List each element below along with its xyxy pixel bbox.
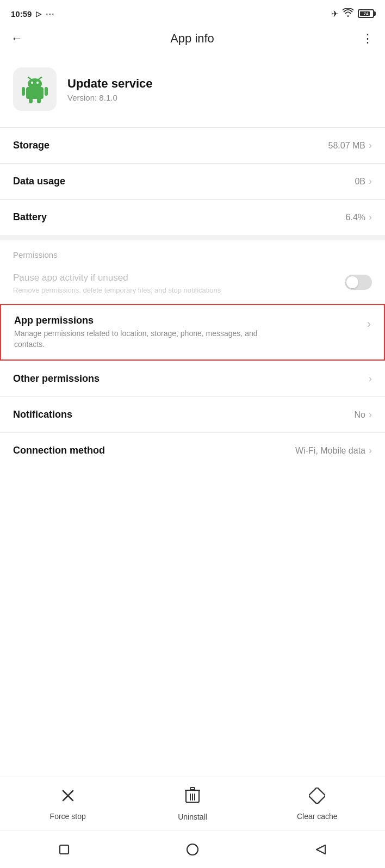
status-bar: 10:59 ▷ ··· ✈ 74	[0, 0, 385, 26]
bottom-actions: Force stop Uninstall Clear cache	[0, 777, 385, 830]
pause-desc: Remove permissions, delete temporary fil…	[13, 286, 221, 295]
force-stop-icon	[60, 788, 76, 808]
app-permissions-desc: Manage permissions related to location, …	[14, 328, 275, 350]
section-divider	[0, 235, 385, 240]
battery-label: Battery	[13, 212, 47, 223]
storage-row[interactable]: Storage 58.07 MB ›	[0, 128, 385, 163]
svg-rect-18	[309, 788, 325, 804]
notifications-label: Notifications	[13, 409, 72, 420]
app-permissions-content: App permissions Manage permissions relat…	[14, 315, 275, 350]
uninstall-label: Uninstall	[178, 813, 207, 821]
svg-rect-7	[45, 87, 48, 96]
storage-value: 58.07 MB	[328, 141, 365, 151]
toggle-knob	[346, 276, 358, 288]
svg-rect-6	[22, 87, 25, 96]
bottom-nav	[0, 830, 385, 868]
dot-menu-status: ···	[46, 10, 55, 18]
notifications-chevron: ›	[369, 409, 372, 420]
app-title-block: Update service Version: 8.1.0	[67, 77, 153, 102]
app-permissions-chevron: ›	[367, 317, 371, 331]
app-icon	[13, 67, 57, 111]
wifi-icon	[343, 8, 353, 19]
svg-line-4	[28, 77, 31, 79]
status-left: 10:59 ▷ ···	[11, 9, 55, 18]
more-options-button[interactable]: ⋮	[362, 32, 374, 46]
connection-label: Connection method	[13, 445, 105, 456]
force-stop-label: Force stop	[50, 812, 86, 821]
connection-chevron: ›	[369, 445, 372, 456]
other-permissions-chevron: ›	[369, 373, 372, 385]
pause-app-item[interactable]: Pause app activity if unused Remove perm…	[0, 264, 385, 304]
permissions-section-label: Permissions	[0, 240, 385, 264]
pause-title: Pause app activity if unused	[13, 272, 221, 283]
app-version: Version: 8.1.0	[67, 93, 153, 102]
storage-chevron: ›	[369, 140, 372, 151]
notifications-row[interactable]: Notifications No ›	[0, 397, 385, 432]
battery-icon: 74	[358, 9, 374, 18]
pause-toggle[interactable]	[345, 275, 372, 290]
other-permissions-row[interactable]: Other permissions ›	[0, 361, 385, 396]
top-nav: ← App info ⋮	[0, 26, 385, 57]
time-display: 10:59	[11, 9, 32, 18]
svg-marker-21	[316, 845, 325, 854]
notifications-right: No ›	[355, 409, 372, 420]
data-usage-right: 0B ›	[355, 176, 372, 187]
page-title: App info	[170, 32, 214, 46]
status-right: ✈ 74	[331, 8, 374, 19]
android-logo	[21, 75, 49, 103]
data-usage-row[interactable]: Data usage 0B ›	[0, 164, 385, 199]
battery-row[interactable]: Battery 6.4% ›	[0, 200, 385, 235]
app-header: Update service Version: 8.1.0	[0, 57, 385, 127]
cast-icon: ▷	[36, 10, 41, 18]
clear-cache-button[interactable]: Clear cache	[268, 788, 366, 821]
storage-label: Storage	[13, 140, 49, 151]
connection-method-row[interactable]: Connection method Wi-Fi, Mobile data ›	[0, 433, 385, 468]
app-permissions-row[interactable]: App permissions Manage permissions relat…	[0, 304, 385, 361]
force-stop-button[interactable]: Force stop	[19, 788, 117, 821]
uninstall-icon	[185, 787, 200, 808]
home-nav-button[interactable]	[57, 842, 72, 857]
svg-rect-8	[29, 98, 33, 103]
storage-right: 58.07 MB ›	[328, 140, 372, 151]
app-permissions-title: App permissions	[14, 315, 275, 326]
data-usage-label: Data usage	[13, 176, 65, 187]
other-permissions-label: Other permissions	[13, 373, 100, 385]
svg-rect-14	[190, 788, 195, 790]
svg-point-1	[28, 78, 42, 89]
svg-point-2	[31, 82, 33, 84]
svg-point-20	[187, 844, 198, 855]
uninstall-button[interactable]: Uninstall	[144, 787, 241, 821]
connection-value: Wi-Fi, Mobile data	[295, 446, 365, 456]
battery-chevron: ›	[369, 212, 372, 223]
battery-right: 6.4% ›	[346, 212, 372, 223]
svg-rect-19	[60, 845, 69, 854]
clear-cache-icon	[309, 788, 325, 808]
data-usage-chevron: ›	[369, 176, 372, 187]
battery-value: 6.4%	[346, 213, 365, 222]
other-permissions-right: ›	[369, 373, 372, 385]
back-button[interactable]: ←	[11, 32, 23, 46]
svg-point-3	[36, 82, 39, 84]
svg-line-5	[39, 77, 41, 79]
svg-rect-9	[37, 98, 41, 103]
pause-app-content: Pause app activity if unused Remove perm…	[13, 272, 221, 295]
airplane-icon: ✈	[331, 9, 338, 19]
connection-right: Wi-Fi, Mobile data ›	[295, 445, 372, 456]
recents-nav-button[interactable]	[185, 842, 200, 857]
clear-cache-label: Clear cache	[297, 812, 338, 821]
notifications-value: No	[355, 410, 365, 420]
back-nav-button[interactable]	[313, 842, 328, 857]
data-usage-value: 0B	[355, 177, 365, 187]
app-name: Update service	[67, 77, 153, 91]
